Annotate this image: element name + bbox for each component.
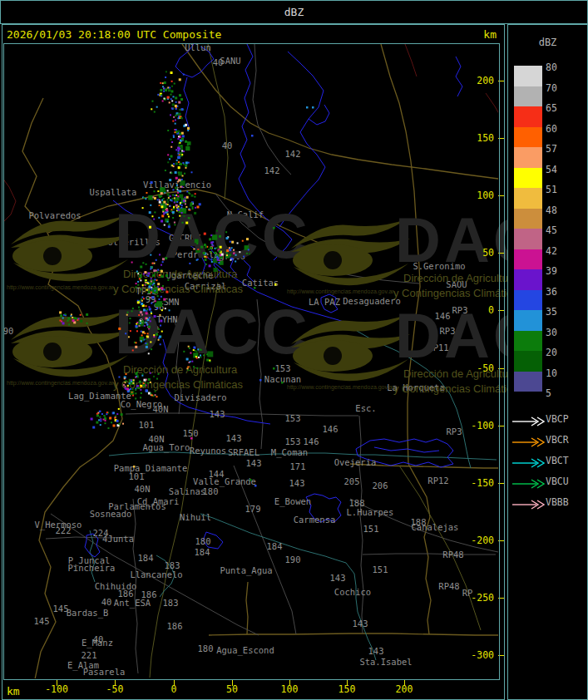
map-line-river — [184, 77, 190, 130]
map-label: RP48 — [442, 550, 463, 560]
vector-arrow-icon — [511, 414, 545, 424]
map-label: 92 — [149, 325, 160, 334]
colorbar-swatch — [514, 331, 542, 352]
map-label: Pampa_Diamante — [114, 464, 188, 473]
colorbar-value-label: 20 — [546, 347, 557, 358]
colorbar-value-label: 45 — [546, 224, 557, 236]
map-label: Perdriel — [172, 250, 215, 259]
map-line-road — [399, 466, 481, 630]
vector-arrow-icon — [511, 435, 545, 445]
map-line-river — [456, 57, 462, 96]
radar-plot: UllunSANU4014214240VillavicencioUspallat… — [3, 44, 498, 678]
map-line-border — [22, 98, 122, 678]
map-label: N_Calif — [227, 210, 264, 219]
map-label: Carrizal — [185, 282, 227, 291]
colorbar-value-label: 60 — [546, 123, 557, 135]
map-label: 180 — [195, 537, 211, 546]
map-label: Carmensa — [294, 515, 336, 525]
x-tick-label: -50 — [106, 683, 124, 695]
map-label: 151 — [363, 525, 379, 534]
y-tick — [498, 138, 505, 139]
map-label: LA PAZ — [309, 298, 340, 307]
map-label: 40 — [213, 58, 224, 67]
map-label: 151 — [373, 565, 388, 574]
map-label: 4Junta — [102, 535, 134, 544]
colorbar-panel: dBZ 807065605754514845423936353020105 VB… — [507, 24, 588, 700]
map-label: SRFAEL — [228, 448, 259, 457]
y-tick — [498, 426, 505, 426]
y-tick — [498, 310, 505, 311]
map-line-border — [408, 464, 431, 634]
map-geography — [3, 44, 498, 678]
map-label: 145 — [34, 617, 50, 626]
map-label: RP3 — [452, 306, 468, 315]
y-tick — [498, 195, 505, 196]
colorbar-swatch — [514, 168, 542, 189]
colorbar-swatch — [514, 310, 542, 331]
map-label: 206 — [373, 481, 388, 490]
map-label: 153 — [285, 437, 301, 446]
map-line-dept — [257, 299, 263, 449]
colorbar-value-label: 65 — [546, 102, 557, 114]
y-tick — [498, 483, 505, 484]
map-line-border — [381, 44, 420, 464]
map-label: L.Huarpes — [347, 508, 394, 517]
map-label: 40 — [222, 141, 233, 150]
map-label: 184 — [138, 554, 154, 563]
map-line-road — [208, 44, 228, 200]
colorbar-value-label: 51 — [546, 184, 557, 195]
map-label: 90 — [3, 327, 13, 336]
colorbar-swatch — [514, 188, 542, 209]
map-line-maroon — [486, 93, 498, 125]
x-tick-label: 150 — [338, 683, 356, 695]
map-label: Agrelo — [214, 252, 245, 261]
map-line-dept — [363, 554, 496, 555]
colorbar-swatch — [514, 249, 542, 270]
colorbar-value-label: 10 — [546, 367, 557, 379]
map-label: 180 — [198, 644, 214, 653]
map-line-border — [246, 582, 248, 634]
vector-arrow-icon — [511, 456, 545, 466]
map-label: 143 — [289, 479, 305, 488]
map-label: 146 — [304, 437, 319, 446]
map-line-dept — [215, 194, 419, 283]
colorbar-swatch — [514, 106, 542, 127]
map-line-dept — [359, 466, 363, 633]
x-tick-label: -100 — [45, 683, 68, 695]
y-tick — [498, 540, 505, 541]
map-label: 222 — [56, 526, 72, 535]
map-label: Pasarela — [83, 668, 126, 677]
map-label: Ugarteche — [166, 271, 214, 280]
vector-legend-label: VBCT — [546, 455, 569, 466]
x-tick — [115, 680, 116, 686]
map-label: 186 — [167, 622, 183, 631]
map-line-dept — [234, 466, 296, 634]
colorbar-value-label: 30 — [546, 327, 557, 338]
map-label: Ovejeria — [334, 458, 377, 467]
colorbar-value-label: 5 — [546, 387, 551, 399]
x-tick-label: 0 — [171, 683, 177, 695]
colorbar-swatch — [514, 269, 542, 290]
y-tick — [498, 655, 505, 656]
map-label: 143 — [226, 434, 242, 443]
map-label: Pincheira — [68, 564, 116, 573]
x-tick-label: 100 — [281, 683, 299, 695]
map-label: Agua_Escond — [216, 646, 274, 655]
vector-legend-label: VBCU — [546, 476, 569, 487]
map-line-border — [209, 633, 498, 635]
map-label: Salinas — [169, 487, 205, 496]
map-label: TYHN — [156, 315, 177, 324]
map-label: Canalejas — [412, 523, 459, 532]
map-label: 143 — [210, 410, 225, 419]
map-label: Ant_ESA — [114, 599, 151, 608]
y-axis-unit: km — [483, 28, 497, 41]
window-title-bar: dBZ — [0, 0, 588, 24]
colorbar-value-label: 54 — [546, 164, 557, 175]
colorbar-swatch — [514, 66, 542, 86]
map-label: Polvaredos — [28, 211, 81, 220]
x-tick-label: 200 — [396, 683, 413, 695]
map-label: 143 — [246, 459, 262, 468]
x-tick — [404, 680, 405, 686]
map-label: Cochico — [334, 588, 371, 597]
map-label: SAOU — [446, 280, 467, 289]
